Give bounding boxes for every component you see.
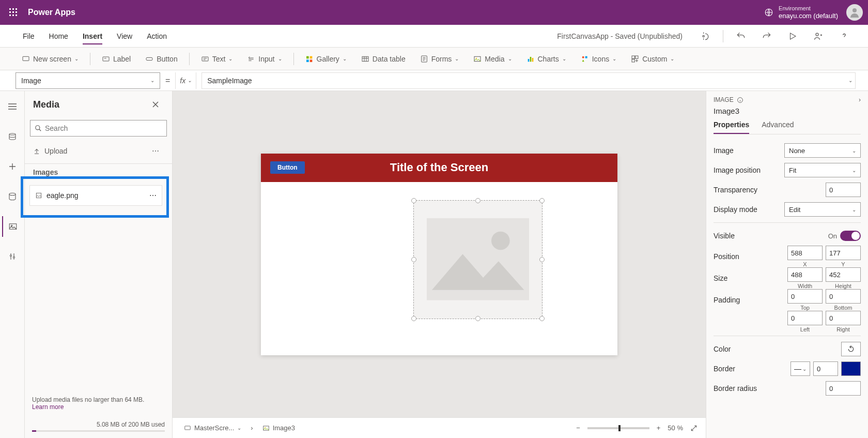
resize-handle[interactable] (475, 316, 481, 321)
fx-button[interactable]: fx⌄ (175, 72, 196, 89)
media-panel: Media Upload ⋯ Images eagle.png ⋯ (25, 91, 173, 438)
undo-icon[interactable] (733, 28, 749, 44)
learn-more-link[interactable]: Learn more (32, 403, 64, 411)
gallery-button[interactable]: Gallery⌄ (299, 51, 353, 67)
custom-icon (631, 55, 639, 63)
media-file-item[interactable]: eagle.png ⋯ (29, 185, 162, 206)
svg-rect-19 (309, 56, 312, 58)
forms-button[interactable]: Forms⌄ (414, 51, 466, 67)
insert-pane-icon[interactable] (2, 126, 23, 147)
file-more-icon[interactable]: ⋯ (149, 191, 157, 200)
prop-visible-toggle[interactable] (840, 231, 861, 241)
media-button[interactable]: Media⌄ (467, 51, 518, 67)
prop-image-select[interactable]: None⌄ (784, 143, 861, 158)
tools-icon[interactable] (2, 246, 23, 267)
icons-button[interactable]: Icons⌄ (575, 51, 623, 67)
resize-handle[interactable] (411, 316, 416, 321)
border-width-input[interactable]: 0 (813, 361, 838, 376)
zoom-out-icon[interactable]: − (576, 424, 580, 432)
breadcrumb-control[interactable]: Image3 (259, 423, 298, 433)
prop-width-input[interactable]: 488 (787, 267, 823, 282)
text-label: Text (212, 55, 226, 63)
more-icon[interactable]: ⋯ (147, 143, 164, 159)
tree-view-icon[interactable] (2, 96, 23, 117)
app-checker-icon[interactable] (697, 28, 714, 44)
border-radius-input[interactable]: 0 (826, 381, 861, 396)
menu-file[interactable]: File (16, 25, 42, 48)
border-style-select[interactable]: — ⌄ (791, 361, 810, 376)
svg-rect-6 (9, 14, 11, 16)
menu-view[interactable]: View (110, 25, 140, 48)
share-icon[interactable] (810, 28, 827, 44)
prop-pad-bottom-input[interactable]: 0 (826, 289, 861, 304)
property-selector[interactable]: Image ⌄ (16, 72, 160, 89)
prop-imgpos-select[interactable]: Fit⌄ (784, 163, 861, 177)
prop-transparency-input[interactable]: 0 (826, 183, 861, 197)
user-avatar[interactable] (846, 4, 863, 21)
menu-action[interactable]: Action (140, 25, 174, 48)
play-icon[interactable] (784, 28, 801, 44)
screen-title-control[interactable]: Title of the Screen (261, 161, 617, 174)
control-name[interactable]: Image3 (714, 107, 861, 115)
formula-value: SampleImage (207, 77, 252, 85)
resize-handle[interactable] (475, 198, 481, 203)
waffle-icon[interactable] (5, 4, 22, 21)
custom-button[interactable]: Custom⌄ (625, 51, 680, 67)
resize-handle[interactable] (539, 198, 545, 203)
text-button[interactable]: Text⌄ (195, 51, 239, 67)
images-section-label[interactable]: Images (25, 164, 172, 176)
prop-y-input[interactable]: 177 (826, 246, 861, 260)
close-icon[interactable] (147, 96, 164, 113)
tab-properties[interactable]: Properties (714, 120, 749, 134)
border-color-swatch[interactable] (841, 361, 861, 376)
upload-button[interactable]: Upload (33, 147, 67, 155)
prop-x-value: 588 (791, 249, 802, 257)
tab-advanced[interactable]: Advanced (762, 120, 794, 134)
fit-to-window-icon[interactable] (690, 425, 698, 432)
info-icon[interactable] (737, 97, 743, 103)
menu-home[interactable]: Home (42, 25, 75, 48)
resize-handle[interactable] (539, 316, 545, 321)
zoom-in-icon[interactable]: + (657, 424, 661, 432)
prop-displaymode-select[interactable]: Edit⌄ (784, 202, 861, 217)
color-reset-button[interactable] (841, 342, 861, 356)
media-search[interactable] (30, 120, 167, 137)
media-pane-icon[interactable] (2, 216, 23, 237)
prop-pad-top-input[interactable]: 0 (787, 289, 823, 304)
charts-label: Charts (538, 55, 559, 63)
canvas-footer: MasterScre... ⌄ › Image3 − + 50 % (173, 417, 706, 438)
zoom-slider[interactable] (587, 427, 649, 429)
resize-handle[interactable] (539, 257, 545, 262)
data-table-button[interactable]: Data table (355, 51, 412, 67)
prop-pad-left-input[interactable]: 0 (787, 311, 823, 325)
image-control-selected[interactable] (413, 200, 542, 319)
resize-handle[interactable] (411, 257, 416, 262)
prop-x-input[interactable]: 588 (787, 246, 823, 260)
data-icon[interactable] (2, 186, 23, 207)
search-input[interactable] (45, 124, 162, 132)
zoom-value: 50 % (668, 424, 683, 432)
help-icon[interactable] (836, 28, 853, 44)
chevron-right-icon[interactable]: › (859, 96, 861, 103)
label-button[interactable]: Label (96, 51, 137, 67)
charts-button[interactable]: Charts⌄ (520, 51, 572, 67)
resize-handle[interactable] (411, 198, 416, 203)
prop-height-input[interactable]: 452 (826, 267, 861, 282)
add-icon[interactable] (2, 156, 23, 177)
menu-insert[interactable]: Insert (75, 25, 110, 48)
formula-expand-icon[interactable]: ⌄ (848, 78, 853, 83)
new-screen-button[interactable]: New screen⌄ (16, 51, 85, 67)
environment-picker[interactable]: Environment enayu.com (default) (764, 5, 838, 20)
screen-button-control[interactable]: Button (270, 161, 305, 174)
breadcrumb-screen[interactable]: MasterScre... ⌄ (181, 423, 244, 433)
pad-left-value: 0 (791, 314, 795, 322)
prop-pad-right-input[interactable]: 0 (826, 311, 861, 325)
input-button[interactable]: Input⌄ (241, 51, 288, 67)
prop-displaymode-value: Edit (789, 206, 800, 214)
redo-icon[interactable] (758, 28, 775, 44)
app-screen[interactable]: Button Title of the Screen (261, 154, 617, 355)
prop-padding-label: Padding (714, 296, 740, 304)
canvas-area: Button Title of the Screen (173, 91, 706, 438)
button-button[interactable]: Button (139, 51, 183, 67)
formula-input[interactable]: SampleImage (202, 72, 856, 89)
